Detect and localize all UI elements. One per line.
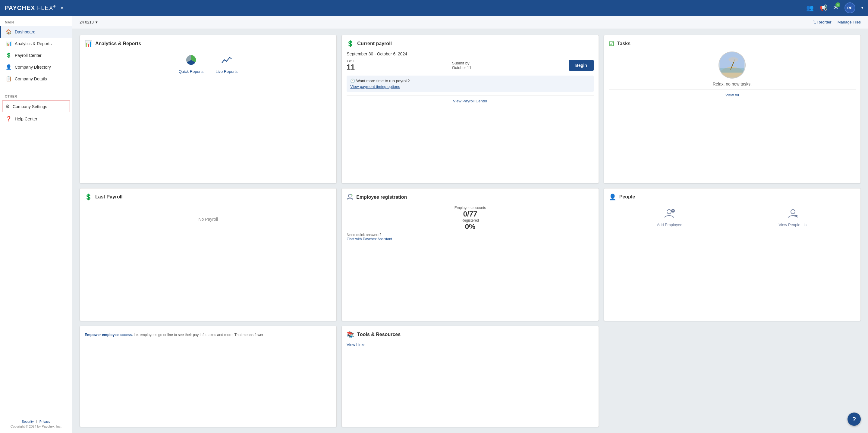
view-people-list-button[interactable]: View People List	[778, 208, 807, 227]
avatar-button[interactable]: RE	[844, 2, 855, 13]
chat-link[interactable]: Chat with Paychex Assistant	[347, 237, 392, 241]
payroll-dollar-icon: 💲	[347, 40, 354, 47]
tools-icon: 📚	[347, 331, 354, 338]
svg-point-9	[728, 57, 738, 62]
no-payroll-text: No Payroll	[85, 205, 332, 234]
beach-illustration	[718, 52, 746, 78]
mail-icon[interactable]: ✉ 4	[833, 4, 838, 11]
analytics-tile-header: 📊 Analytics & Reports	[85, 40, 332, 47]
view-all-tasks-link[interactable]: View All	[609, 90, 856, 97]
sidebar-item-help-center[interactable]: ❓ Help Center	[0, 113, 72, 125]
mail-badge: 4	[835, 2, 840, 7]
sidebar-main-label: MAIN	[0, 16, 72, 26]
last-payroll-title: Last Payroll	[95, 194, 123, 200]
company-id: 24 0213	[80, 20, 94, 24]
privacy-link[interactable]: Privacy	[39, 420, 50, 423]
sidebar-item-label: Help Center	[15, 116, 37, 121]
help-fab-button[interactable]: ?	[847, 412, 861, 426]
company-chevron-icon: ▾	[96, 20, 98, 24]
clock-icon: 🕐	[350, 78, 355, 83]
sub-header-actions: ⇅ Reorder Manage Tiles	[813, 20, 861, 24]
sub-header: 24 0213 ▾ ⇅ Reorder Manage Tiles	[72, 16, 868, 29]
live-reports-button[interactable]: Live Reports	[216, 55, 238, 74]
sidebar-collapse-button[interactable]: «	[61, 5, 63, 10]
tools-header: 📚 Tools & Resources	[347, 331, 593, 338]
pie-chart-icon	[186, 55, 196, 67]
security-link[interactable]: Security	[22, 420, 34, 423]
avatar-chevron-icon[interactable]: ▾	[861, 6, 863, 10]
accounts-value: 0/77	[347, 210, 593, 218]
quick-answers-area: Need quick answers? Chat with Paychex As…	[347, 231, 593, 241]
emp-reg-title: Employee registration	[356, 195, 407, 200]
reorder-button[interactable]: ⇅ Reorder	[813, 20, 832, 24]
sidebar-item-payroll-center[interactable]: 💲 Payroll Center	[0, 49, 72, 61]
quick-reports-button[interactable]: Quick Reports	[179, 55, 204, 74]
logo: PAYCHEX FLEX®	[5, 4, 56, 11]
sidebar-other-label: OTHER	[0, 90, 72, 100]
oct-num: 11	[347, 63, 355, 71]
live-reports-label: Live Reports	[216, 69, 238, 74]
emp-reg-header: Employee registration	[347, 193, 593, 201]
add-employee-button[interactable]: Add Employee	[657, 208, 682, 227]
svg-rect-7	[720, 68, 744, 73]
manage-tiles-label: Manage Tiles	[838, 20, 861, 24]
timing-link[interactable]: View payment timing options	[350, 84, 590, 89]
oct-label: OCT	[347, 59, 354, 63]
payroll-timing-box: 🕐 Want more time to run payroll? View pa…	[347, 75, 593, 92]
megaphone-icon[interactable]: 📢	[820, 4, 827, 11]
employee-reg-tile: Employee registration Employee accounts …	[341, 188, 598, 321]
tasks-check-icon: ☑	[609, 40, 614, 47]
accounts-label: Employee accounts	[347, 206, 593, 210]
logo-trademark: ®	[53, 5, 56, 8]
dashboard-grid: 📊 Analytics & Reports Qu	[72, 29, 868, 433]
top-header: PAYCHEX FLEX® « 👥 📢 ✉ 4 RE ▾	[0, 0, 868, 16]
tasks-title: Tasks	[617, 41, 630, 46]
tasks-tile: ☑ Tasks	[604, 35, 861, 184]
begin-button[interactable]: Begin	[569, 60, 594, 71]
settings-icon: ⚙	[5, 104, 10, 109]
accounts-stat: Employee accounts 0/77	[347, 206, 593, 218]
people-actions: Add Employee View People List	[609, 205, 856, 230]
sidebar-footer-links: Security | Privacy	[5, 420, 67, 423]
svg-point-2	[224, 59, 225, 61]
reorder-label: Reorder	[817, 20, 832, 24]
quick-reports-label: Quick Reports	[179, 69, 204, 74]
view-people-list-label: View People List	[778, 223, 807, 227]
line-chart-icon	[221, 55, 232, 67]
svg-point-16	[791, 209, 795, 214]
current-payroll-title: Current payroll	[357, 41, 392, 46]
people-title: People	[619, 194, 635, 200]
dashboard-icon: 🏠	[6, 29, 12, 35]
emp-reg-icon	[347, 193, 353, 201]
company-selector[interactable]: 24 0213 ▾	[80, 20, 98, 24]
sidebar-item-company-directory[interactable]: 👤 Company Directory	[0, 61, 72, 73]
sidebar-item-dashboard[interactable]: 🏠 Dashboard	[0, 26, 72, 38]
analytics-tile-title: Analytics & Reports	[95, 41, 141, 46]
empower-text: Empower employee access. Let employees g…	[85, 331, 332, 337]
current-payroll-tile: 💲 Current payroll September 30 - October…	[341, 35, 598, 184]
copyright-text: Copyright © 2024 by Paychex, Inc.	[5, 425, 67, 428]
people-header: 👤 People	[609, 193, 856, 201]
quick-answers-prefix: Need quick answers?	[347, 233, 381, 237]
people-icon[interactable]: 👥	[806, 4, 814, 11]
view-payroll-center-link[interactable]: View Payroll Center	[347, 95, 593, 103]
payroll-submit-row: OCT 11 Submit by October 11 Begin	[347, 59, 593, 71]
sidebar-item-company-details[interactable]: 📋 Company Details	[0, 73, 72, 85]
task-image-area	[609, 52, 856, 78]
sidebar-item-label: Company Settings	[13, 104, 47, 109]
sidebar-item-label: Payroll Center	[15, 53, 41, 58]
empower-bold: Empower employee access.	[85, 333, 133, 337]
submit-by-date: October 11	[452, 65, 471, 70]
manage-tiles-button[interactable]: Manage Tiles	[838, 20, 861, 24]
analytics-tile: 📊 Analytics & Reports Qu	[80, 35, 337, 184]
help-icon: ❓	[6, 116, 12, 122]
sidebar-item-company-settings[interactable]: ⚙ Company Settings	[2, 101, 70, 112]
sidebar-item-label: Dashboard	[15, 30, 36, 34]
view-people-icon	[787, 208, 798, 221]
view-links-link[interactable]: View Links	[347, 342, 593, 347]
empower-tile: Empower employee access. Let employees g…	[80, 326, 337, 427]
sidebar-item-analytics-reports[interactable]: 📊 Analytics & Reports	[0, 38, 72, 49]
svg-point-4	[229, 57, 230, 58]
sidebar: MAIN 🏠 Dashboard 📊 Analytics & Reports 💲…	[0, 16, 72, 433]
svg-point-3	[226, 61, 227, 62]
